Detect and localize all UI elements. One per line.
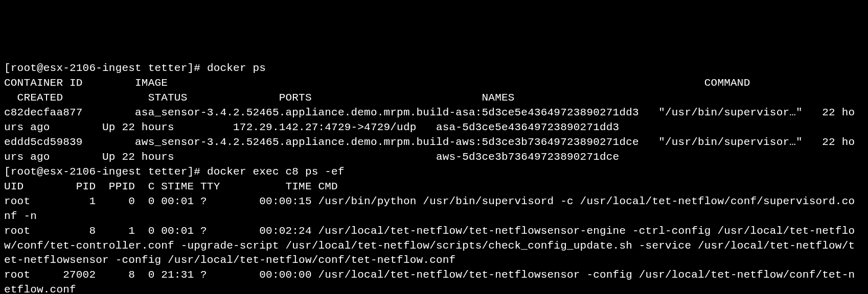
docker-ps-row-1: c82decfaa877 asa_sensor-3.4.2.52465.appl…	[4, 106, 864, 135]
ps-row-1: root 1 0 0 00:01 ? 00:00:15 /usr/bin/pyt…	[4, 194, 864, 224]
command-2: docker exec c8 ps -ef	[207, 166, 345, 178]
docker-ps-header: CONTAINER ID IMAGE COMMAND CREATED STATU…	[4, 76, 864, 106]
command-1: docker ps	[207, 62, 266, 74]
docker-ps-row-2: eddd5cd59839 aws_sensor-3.4.2.52465.appl…	[4, 135, 864, 165]
prompt-line-1: [root@esx-2106-ingest tetter]# docker ps	[4, 61, 864, 76]
prompt-line-2: [root@esx-2106-ingest tetter]# docker ex…	[4, 165, 864, 180]
terminal-window[interactable]: [root@esx-2106-ingest tetter]# docker ps…	[4, 61, 864, 294]
ps-row-3: root 27002 8 0 21:31 ? 00:00:00 /usr/loc…	[4, 268, 864, 294]
prompt-text: [root@esx-2106-ingest tetter]#	[4, 166, 207, 178]
ps-header: UID PID PPID C STIME TTY TIME CMD	[4, 180, 864, 194]
prompt-text: [root@esx-2106-ingest tetter]#	[4, 62, 207, 74]
ps-row-2: root 8 1 0 00:01 ? 00:02:24 /usr/local/t…	[4, 224, 864, 268]
